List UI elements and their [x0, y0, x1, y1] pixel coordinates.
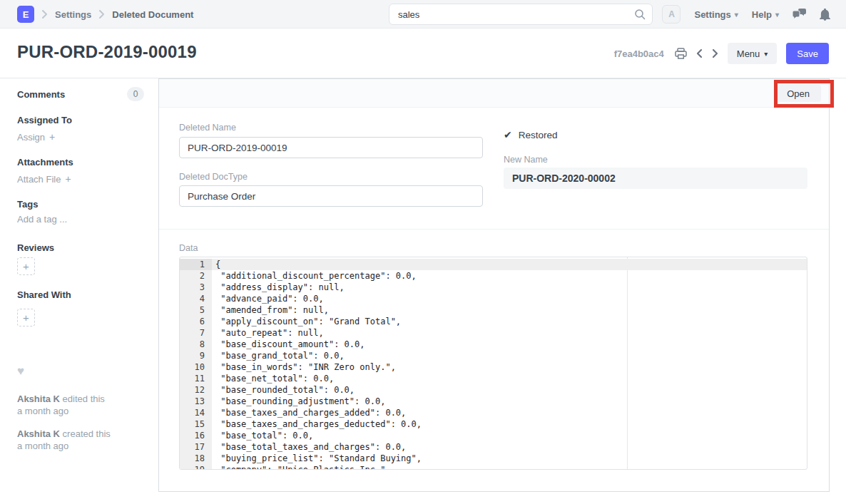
settings-dropdown[interactable]: Settings ▾: [694, 9, 738, 20]
search-input[interactable]: [389, 4, 653, 25]
json-code-editor[interactable]: 1{ 2 "additional_discount_percentage": 0…: [179, 257, 807, 470]
activity-action: edited this: [63, 394, 105, 404]
activity-user: Akshita K: [17, 394, 60, 404]
activity-when: a month ago: [17, 405, 138, 417]
data-label: Data: [179, 243, 198, 253]
chat-icon[interactable]: [793, 9, 806, 20]
activity-entry: Akshita K edited this a month ago: [17, 393, 138, 417]
navbar: E Settings Deleted Document A Settings ▾: [0, 0, 846, 29]
sidebar-shared-with: Shared With: [17, 289, 71, 300]
activity-user: Akshita K: [17, 428, 60, 439]
deleted-name-input[interactable]: [179, 137, 483, 158]
help-dropdown-label: Help: [752, 9, 772, 20]
page: E Settings Deleted Document A Settings ▾: [0, 0, 846, 504]
form-card: Open Deleted Name Deleted DocType ✔ Rest…: [158, 78, 830, 492]
attach-file-button[interactable]: Attach File +: [17, 173, 71, 185]
editor-line: 17 "base_total_taxes_and_charges": 0.0,: [180, 441, 807, 453]
print-icon[interactable]: [675, 48, 687, 59]
search-icon[interactable]: [634, 9, 646, 23]
editor-line: 3 "address_display": null,: [180, 282, 807, 293]
editor-line: 13 "base_rounding_adjustment": 0.0,: [180, 396, 807, 407]
add-tag-input[interactable]: Add a tag ...: [17, 214, 67, 225]
editor-line: 11 "base_net_total": 0.0,: [180, 373, 807, 384]
chevron-down-icon: ▾: [735, 11, 738, 19]
editor-line: 15 "base_taxes_and_charges_deducted": 0.…: [180, 418, 807, 430]
activity-when: a month ago: [17, 440, 138, 452]
avatar[interactable]: A: [662, 5, 681, 24]
next-doc-icon[interactable]: [712, 48, 718, 58]
breadcrumb-settings[interactable]: Settings: [55, 9, 91, 20]
chevron-right-icon: [41, 9, 48, 19]
sidebar-attachments: Attachments: [17, 157, 73, 168]
menu-button-label: Menu: [737, 48, 760, 59]
assign-label: Assign: [17, 132, 45, 143]
attach-file-label: Attach File: [17, 174, 61, 185]
app-logo[interactable]: E: [17, 6, 34, 23]
editor-line: 14 "base_taxes_and_charges_added": 0.0,: [180, 407, 807, 418]
editor-line: 5 "amended_from": null,: [180, 304, 807, 316]
sidebar-assigned-to: Assigned To: [17, 115, 72, 125]
chevron-down-icon: ▾: [775, 11, 779, 19]
editor-line: 16 "base_total": 0.0,: [180, 430, 807, 441]
menu-button[interactable]: Menu ▾: [728, 43, 778, 64]
like-heart-icon[interactable]: ♥: [17, 364, 24, 379]
settings-dropdown-label: Settings: [694, 9, 730, 20]
restored-checkbox[interactable]: ✔ Restored: [504, 129, 558, 140]
prev-doc-icon[interactable]: [696, 48, 703, 58]
new-name-label: New Name: [504, 155, 548, 165]
page-actions: f7ea4b0ac4 Menu ▾ Save: [614, 29, 829, 78]
add-share-button[interactable]: +: [17, 309, 35, 326]
form-sidebar: Comments 0 Assigned To Assign + Attachme…: [0, 79, 158, 504]
navbar-actions: A Settings ▾ Help ▾: [662, 0, 830, 29]
page-head: PUR-ORD-2019-00019 f7ea4b0ac4 Menu ▾ Sav…: [0, 29, 846, 78]
sidebar-comments[interactable]: Comments: [17, 89, 65, 100]
section-divider: [159, 229, 829, 230]
editor-line: 8 "base_discount_amount": 0.0,: [180, 339, 807, 350]
save-button[interactable]: Save: [786, 43, 829, 64]
editor-line: 7 "auto_repeat": null,: [180, 327, 807, 339]
editor-line: 1{: [180, 259, 807, 270]
deleted-name-label: Deleted Name: [179, 123, 236, 133]
editor-content: 1{ 2 "additional_discount_percentage": 0…: [180, 259, 807, 470]
chevron-right-icon: [98, 9, 105, 19]
breadcrumb-deleted-document[interactable]: Deleted Document: [112, 9, 193, 20]
editor-line: 10 "base_in_words": "INR Zero only.",: [180, 361, 807, 373]
chevron-down-icon: ▾: [764, 50, 768, 58]
doc-hash: f7ea4b0ac4: [614, 48, 664, 59]
restored-label: Restored: [519, 130, 558, 140]
plus-icon: +: [65, 173, 71, 185]
editor-line: 19 "company": "Unico Plastics Inc.",: [180, 464, 807, 470]
editor-line: 18 "buying_price_list": "Standard Buying…: [180, 453, 807, 464]
global-search: [389, 4, 653, 25]
add-review-button[interactable]: +: [17, 257, 35, 275]
activity-entry: Akshita K created this a month ago: [17, 428, 138, 452]
help-dropdown[interactable]: Help ▾: [752, 9, 779, 20]
sidebar-tags: Tags: [17, 199, 38, 210]
deleted-doctype-input[interactable]: [179, 185, 483, 207]
annotation-highlight-box: [774, 80, 834, 108]
bell-icon[interactable]: [820, 9, 830, 21]
editor-line: 12 "base_rounded_total": 0.0,: [180, 384, 807, 396]
editor-line: 4 "advance_paid": 0.0,: [180, 293, 807, 304]
activity-action: created this: [63, 428, 111, 439]
check-icon: ✔: [504, 129, 512, 140]
plus-icon: +: [49, 131, 55, 143]
form-toolbar: Open: [159, 79, 829, 108]
editor-line: 6 "apply_discount_on": "Grand Total",: [180, 316, 807, 327]
sidebar-reviews: Reviews: [17, 242, 54, 253]
new-name-value: PUR-ORD-2020-00002: [504, 168, 807, 189]
editor-line: 2 "additional_discount_percentage": 0.0,: [180, 270, 807, 282]
deleted-doctype-label: Deleted DocType: [179, 172, 248, 182]
page-title: PUR-ORD-2019-00019: [17, 42, 197, 62]
editor-line: 9 "base_grand_total": 0.0,: [180, 350, 807, 361]
comments-count-badge: 0: [127, 87, 144, 101]
breadcrumb: E Settings Deleted Document: [17, 0, 193, 29]
assign-button[interactable]: Assign +: [17, 131, 55, 143]
